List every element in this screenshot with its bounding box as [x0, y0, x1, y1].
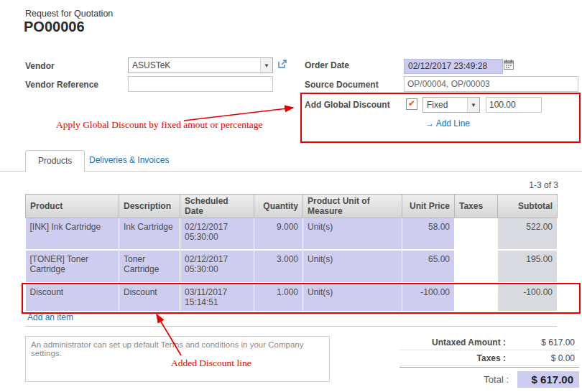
cell-quantity[interactable]: 9.000 [254, 218, 303, 250]
cell-uom[interactable]: Unit(s) [303, 218, 402, 250]
table-row-discount[interactable]: Discount Discount 03/11/2017 15:14:51 1.… [26, 283, 558, 312]
request-for-quotation-page: Request for Quotation PO00006 Vendor ASU… [0, 0, 582, 392]
cell-product[interactable]: [TONER] Toner Cartridge [26, 250, 119, 283]
cell-unit-price[interactable]: 58.00 [402, 218, 455, 250]
order-date-input[interactable]: 02/12/2017 23:49:28 [404, 59, 503, 74]
cell-product[interactable]: Discount [26, 283, 119, 312]
taxes-value: $ 0.00 [514, 353, 579, 363]
col-unit-price[interactable]: Unit Price [402, 195, 455, 218]
cell-subtotal[interactable]: 195.00 [498, 250, 558, 283]
cell-quantity[interactable]: 1.000 [254, 283, 303, 312]
col-uom[interactable]: Product Unit of Measure [303, 195, 402, 218]
cell-unit-price[interactable]: -100.00 [402, 283, 455, 312]
cell-scheduled-date[interactable]: 02/12/2017 05:30:00 [180, 218, 254, 250]
cell-description[interactable]: Discount [119, 283, 180, 312]
cell-quantity[interactable]: 3.000 [254, 250, 303, 283]
col-taxes[interactable]: Taxes [455, 195, 498, 218]
cell-scheduled-date[interactable]: 02/12/2017 05:30:00 [180, 250, 254, 283]
order-lines-table: Product Description Scheduled Date Quant… [25, 194, 558, 312]
source-document-input[interactable] [404, 76, 578, 92]
table-row[interactable]: [TONER] Toner Cartridge Toner Cartridge … [26, 250, 558, 283]
cell-taxes[interactable] [455, 250, 498, 283]
vendor-reference-label: Vendor Reference [25, 80, 98, 90]
table-header-row: Product Description Scheduled Date Quant… [26, 195, 558, 218]
global-discount-label: Add Global Discount [305, 100, 390, 110]
order-date-label: Order Date [305, 60, 349, 70]
col-quantity[interactable]: Quantity [254, 195, 303, 218]
table-row[interactable]: [INK] Ink Cartridge Ink Cartridge 02/12/… [26, 218, 558, 250]
cell-uom[interactable]: Unit(s) [303, 283, 402, 312]
discount-type-value: Fixed [423, 100, 467, 110]
untaxed-row: Untaxed Amount : $ 617.00 [399, 335, 579, 350]
cell-product[interactable]: [INK] Ink Cartridge [26, 218, 119, 250]
col-scheduled-date[interactable]: Scheduled Date [180, 195, 254, 218]
source-document-label: Source Document [305, 80, 379, 90]
add-an-item-link[interactable]: Add an item [27, 312, 73, 322]
cell-description[interactable]: Toner Cartridge [119, 250, 180, 283]
vendor-label: Vendor [25, 61, 55, 71]
cell-subtotal[interactable]: 522.00 [498, 218, 558, 250]
breadcrumb: Request for Quotation [25, 9, 113, 19]
global-discount-checkbox[interactable]: ✔ [406, 98, 417, 110]
add-line-arrow-icon: → [425, 118, 434, 129]
annotation-arrow-global-discount [184, 108, 293, 121]
untaxed-amount-label: Untaxed Amount : [399, 337, 514, 347]
cell-scheduled-date[interactable]: 03/11/2017 15:14:51 [180, 283, 254, 312]
add-item-row: Add an item [25, 309, 557, 327]
col-description[interactable]: Description [119, 195, 180, 218]
vendor-select[interactable]: ASUSTeK ▼ [128, 57, 273, 73]
chevron-down-icon: ▼ [467, 98, 479, 112]
totals-panel: Untaxed Amount : $ 617.00 Taxes : $ 0.00… [399, 335, 579, 391]
cell-unit-price[interactable]: 65.00 [402, 250, 455, 283]
add-line-link[interactable]: → Add Line [425, 118, 470, 129]
tab-products[interactable]: Products [25, 150, 85, 172]
col-subtotal[interactable]: Subtotal [498, 195, 558, 218]
page-title: PO00006 [24, 19, 85, 35]
vendor-reference-input[interactable] [128, 76, 273, 92]
total-value: $ 617.00 [517, 371, 579, 388]
col-product[interactable]: Product [26, 195, 119, 218]
total-label: Total : [399, 374, 517, 385]
external-link-icon[interactable] [277, 59, 287, 69]
discount-amount-input[interactable] [486, 97, 542, 113]
discount-type-select[interactable]: Fixed ▼ [422, 97, 480, 113]
pager[interactable]: 1-3 of 3 [529, 180, 558, 190]
cell-uom[interactable]: Unit(s) [303, 250, 402, 283]
calendar-icon[interactable] [503, 59, 514, 70]
terms-conditions-textarea[interactable]: An administrator can set up default Term… [25, 336, 330, 382]
taxes-row: Taxes : $ 0.00 [399, 350, 579, 366]
cell-subtotal[interactable]: -100.00 [498, 283, 558, 312]
untaxed-amount-value: $ 617.00 [514, 337, 579, 347]
cell-taxes[interactable] [455, 218, 498, 250]
total-row: Total : $ 617.00 [399, 367, 579, 391]
annotation-text-global-discount: Apply Global Discount by fixed amout or … [56, 119, 263, 131]
tab-deliveries-invoices[interactable]: Deliveries & Invoices [89, 155, 169, 165]
cell-taxes[interactable] [455, 283, 498, 312]
vendor-select-value: ASUSTeK [129, 60, 260, 70]
chevron-down-icon: ▼ [260, 58, 272, 73]
cell-description[interactable]: Ink Cartridge [119, 218, 180, 250]
tab-divider [0, 171, 582, 172]
add-line-label: Add Line [436, 118, 470, 129]
taxes-label: Taxes : [399, 353, 514, 363]
check-icon: ✔ [408, 98, 415, 108]
